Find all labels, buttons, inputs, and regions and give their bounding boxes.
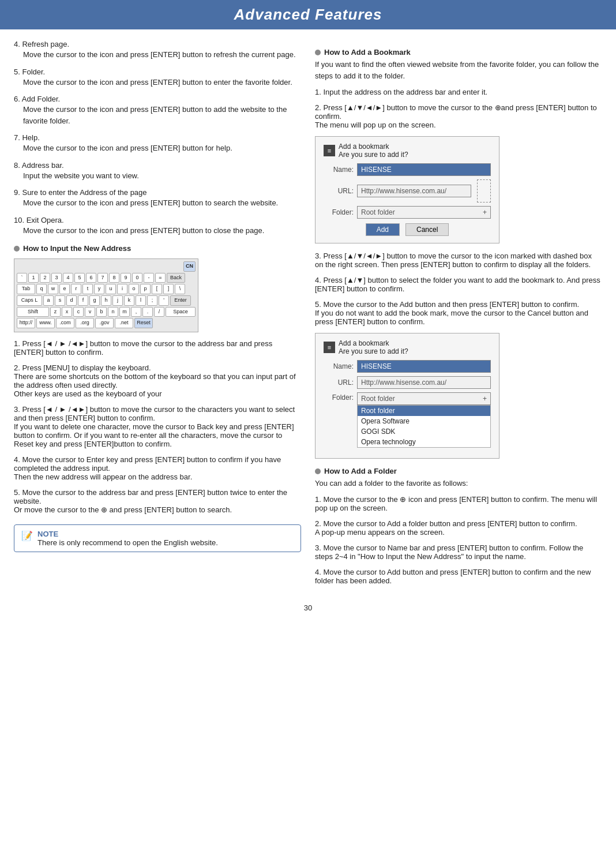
bookmark-section-header: How to Add a Bookmark — [315, 48, 602, 57]
input-step-3: 3. Press [◄ / ► /◄►] button to move the … — [14, 405, 301, 448]
folder-intro: You can add a folder to the favorite as … — [315, 478, 602, 489]
dialog-add-button-1[interactable]: Add — [366, 223, 400, 236]
bookmark-step-4: 4. Press [▲/▼] button to select the fold… — [315, 276, 602, 293]
dialog-url-field-1: URL: Http://www.hisense.com.au/ — [324, 179, 491, 203]
right-column: How to Add a Bookmark If you want to fin… — [315, 40, 602, 592]
item-6-desc: Move the cursor to the icon and press [E… — [14, 104, 301, 126]
note-icon: 📝 — [21, 530, 33, 541]
item-7-title: Help. — [22, 133, 39, 142]
dialog-url-label-2: URL: — [324, 378, 354, 387]
item-8-num: 8. — [14, 161, 22, 170]
folder-step-3: 3. Move the cursor to Name bar and press… — [315, 543, 602, 561]
input-step-2: 2. Press [MENU] to display the keyboard.… — [14, 363, 301, 398]
bookmark-dialog-1: ≡ Add a bookmark Are you sure to add it?… — [315, 136, 499, 243]
dialog-buttons-1: Add Cancel — [324, 223, 491, 236]
dialog-name-label-2: Name: — [324, 362, 354, 370]
dialog-sub-1: Are you sure to add it? — [339, 151, 408, 159]
folder-step-4: 4. Move the cursor to Add button and pre… — [315, 568, 602, 585]
item-5: 5. Folder. Move the cursor to the icon a… — [14, 68, 301, 88]
dropdown-item-0[interactable]: Root folder — [358, 406, 490, 416]
item-7: 7. Help. Move the cursor to the icon and… — [14, 133, 301, 154]
keyboard-row-4: Shift z x c v b n m , . / Space — [17, 307, 196, 317]
keyboard-row-2: Tab q w e r t y u i o p [ ] \ — [17, 284, 196, 294]
dropdown-item-2[interactable]: GOGI SDK — [358, 426, 490, 437]
dialog-folder-field-1: Folder: Root folder + — [324, 206, 491, 219]
dialog-url-value-2: Http://www.hisense.com.au/ — [357, 376, 491, 389]
item-10-num: 10. — [14, 216, 27, 224]
item-4-title: Refresh page. — [22, 40, 69, 48]
bullet-icon-2 — [315, 50, 321, 55]
folder-title: How to Add a Folder — [324, 467, 397, 475]
page-number: 30 — [0, 603, 616, 618]
bookmark-step-2: 2. Press [▲/▼/◄/►] button to move the cu… — [315, 103, 602, 129]
item-10: 10. Exit Opera. Move the cursor to the i… — [14, 216, 301, 237]
item-4: 4. Refresh page. Move the cursor to the … — [14, 40, 301, 61]
how-to-input-title: How to Input the New Address — [23, 244, 131, 253]
folder-step-1: 1. Move the cursor to the ⊕ icon and pre… — [315, 495, 602, 512]
dialog-folder-value-2: Root folder + — [357, 392, 491, 405]
item-6: 6. Add Folder. Move the cursor to the ic… — [14, 95, 301, 126]
dropdown-item-1[interactable]: Opera Software — [358, 416, 490, 426]
item-8: 8. Address bar. Input the website you wa… — [14, 161, 301, 182]
input-step-1: 1. Press [◄ / ► /◄►] button to move the … — [14, 339, 301, 357]
dialog-name-label-1: Name: — [324, 166, 354, 174]
bookmark-intro: If you want to find the often viewed web… — [315, 59, 602, 82]
item-9-num: 9. — [14, 188, 22, 197]
item-5-desc: Move the cursor to the icon and press [E… — [14, 77, 301, 88]
note-label: NOTE — [37, 530, 58, 538]
item-6-title: Add Folder. — [22, 95, 61, 103]
bookmark-step-5: 5. Move the cursor to the Add button and… — [315, 300, 602, 326]
dialog-title-1: Add a bookmark — [339, 143, 408, 151]
item-5-num: 5. — [14, 68, 22, 76]
bookmark-step-3: 3. Press [▲/▼/◄/►] button to move the cu… — [315, 252, 602, 269]
dialog-cancel-button-1[interactable]: Cancel — [405, 223, 449, 236]
folder-section-header: How to Add a Folder — [315, 467, 602, 475]
item-5-title: Folder. — [22, 68, 45, 76]
bullet-icon — [14, 246, 20, 252]
input-step-4: 4. Move the cursor to Enter key and pres… — [14, 455, 301, 481]
how-to-input-section-header: How to Input the New Address — [14, 244, 301, 253]
keyboard-row-5: http:// www. .com .org .gov .net Reset — [17, 318, 196, 328]
bullet-icon-3 — [315, 468, 321, 474]
dropdown-item-3[interactable]: Opera technology — [358, 437, 490, 447]
dialog-url-field-2: URL: Http://www.hisense.com.au/ — [324, 376, 491, 389]
item-4-num: 4. — [14, 40, 22, 48]
keyboard-row-1: ` 1 2 3 4 5 6 7 8 9 0 - = Back — [17, 273, 196, 283]
bookmark-title: How to Add a Bookmark — [324, 48, 411, 57]
folder-dropdown[interactable]: Root folder Opera Software GOGI SDK Oper… — [357, 405, 491, 448]
dialog-folder-value-1: Root folder + — [357, 206, 491, 219]
dialog-name-value-2: HISENSE — [357, 360, 491, 373]
item-8-desc: Input the website you want to view. — [14, 170, 301, 182]
page-num-value: 30 — [304, 603, 312, 612]
item-10-title: Exit Opera. — [27, 216, 64, 224]
dialog-folder-label-1: Folder: — [324, 208, 354, 216]
dialog-icon-1: ≡ — [324, 145, 335, 156]
item-6-num: 6. — [14, 95, 22, 103]
keyboard-diagram: CN ` 1 2 3 4 5 6 7 8 9 0 - = Back Tab q … — [14, 258, 198, 332]
folder-step-2: 2. Move the cursor to Add a folder butto… — [315, 519, 602, 537]
dialog-name-field-1: Name: HISENSE — [324, 163, 491, 176]
dialog-name-value-1: HISENSE — [357, 163, 491, 176]
dialog-name-field-2: Name: HISENSE — [324, 360, 491, 373]
dialog-title-2: Add a bookmark — [339, 339, 408, 347]
dialog-url-value-1: Http://www.hisense.com.au/ — [357, 185, 471, 197]
item-7-num: 7. — [14, 133, 22, 142]
input-step-5: 5. Move the cursor to the address bar an… — [14, 488, 301, 514]
keyboard-row-3: Caps L a s d f g h j k l ; ' Enter — [17, 295, 196, 306]
page-title: Advanced Features — [234, 6, 382, 23]
item-7-desc: Move the cursor to the icon and press [E… — [14, 143, 301, 154]
dialog-url-label-1: URL: — [324, 187, 354, 195]
item-10-desc: Move the cursor to the icon and press [E… — [14, 225, 301, 237]
item-9: 9. Sure to enter the Address of the page… — [14, 188, 301, 209]
dialog-folder-label-2: Folder: — [324, 392, 354, 402]
item-4-desc: Move the cursor to the icon and press [E… — [14, 49, 301, 61]
bookmark-step-1: 1. Input the address on the address bar … — [315, 88, 602, 96]
left-column: 4. Refresh page. Move the cursor to the … — [14, 40, 301, 592]
page-header: Advanced Features — [0, 0, 616, 29]
note-text: There is only recommend to open the Engl… — [37, 538, 218, 547]
dashed-indicator — [477, 179, 491, 203]
bookmark-dialog-2: ≡ Add a bookmark Are you sure to add it?… — [315, 333, 499, 459]
item-8-title: Address bar. — [22, 161, 64, 170]
input-steps: 1. Press [◄ / ► /◄►] button to move the … — [14, 339, 301, 514]
dialog-folder-field-2: Folder: Root folder + Root folder Opera … — [324, 392, 491, 448]
